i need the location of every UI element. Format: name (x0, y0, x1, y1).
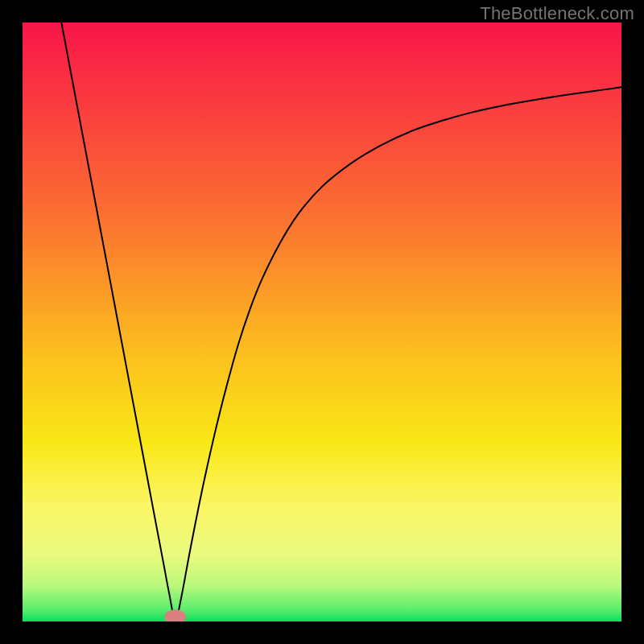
watermark-text: TheBottleneck.com (480, 3, 634, 24)
gradient-background (23, 23, 621, 621)
chart-svg (23, 23, 621, 621)
plot-area (23, 23, 621, 621)
chart-container: TheBottleneck.com (0, 0, 644, 644)
